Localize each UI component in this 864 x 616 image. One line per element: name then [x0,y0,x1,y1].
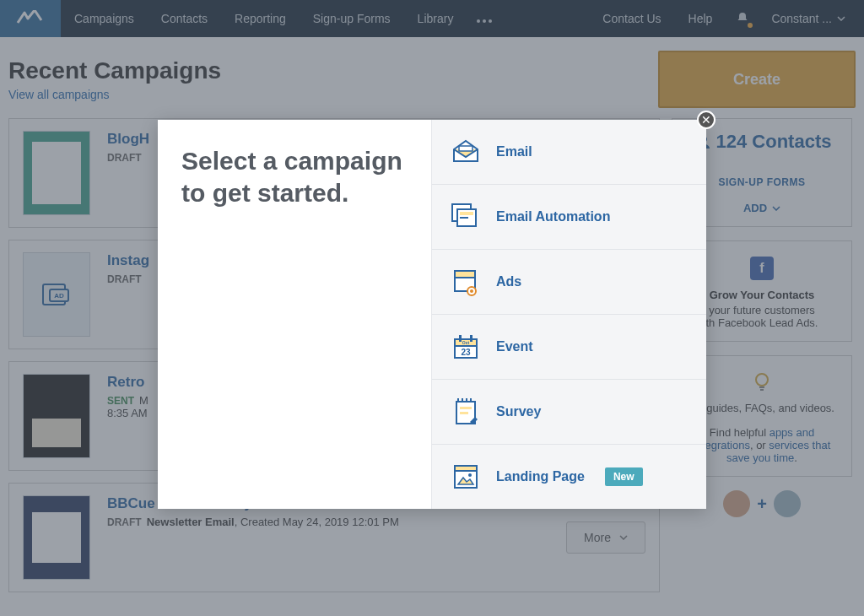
svg-point-16 [470,289,473,293]
svg-rect-12 [460,217,468,219]
svg-text:Oct: Oct [462,340,470,345]
campaign-type-modal: ✕ Select a campaign to get started. Emai… [158,120,706,509]
modal-option-label: Email [496,144,532,159]
modal-option-label: Landing Page [496,469,585,484]
svg-rect-11 [460,212,473,215]
automation-icon [451,202,481,232]
email-icon [451,137,481,167]
modal-option-label: Email Automation [496,209,610,224]
modal-heading: Select a campaign to get started. [181,145,408,208]
modal-overlay[interactable]: ✕ Select a campaign to get started. Emai… [0,0,864,616]
svg-point-28 [468,473,472,477]
ads-icon [451,267,481,297]
modal-option-automation[interactable]: Email Automation [432,185,706,250]
modal-option-event[interactable]: Oct23 Event [432,315,706,380]
svg-rect-27 [455,466,477,471]
svg-rect-25 [460,412,468,414]
new-badge: New [605,467,643,486]
survey-icon [451,397,481,427]
modal-option-label: Survey [496,404,541,419]
event-icon: Oct23 [451,332,481,362]
modal-option-landing-page[interactable]: Landing Page New [432,445,706,509]
modal-option-label: Ads [496,274,521,289]
close-icon[interactable]: ✕ [697,111,716,129]
svg-rect-24 [460,407,472,409]
modal-option-email[interactable]: Email [432,120,706,185]
svg-text:23: 23 [461,348,471,357]
svg-rect-20 [470,335,472,342]
modal-option-ads[interactable]: Ads [432,250,706,315]
landing-page-icon [451,462,481,492]
svg-rect-14 [455,271,475,278]
modal-option-survey[interactable]: Survey [432,380,706,445]
modal-option-label: Event [496,339,533,354]
svg-rect-19 [459,335,462,342]
